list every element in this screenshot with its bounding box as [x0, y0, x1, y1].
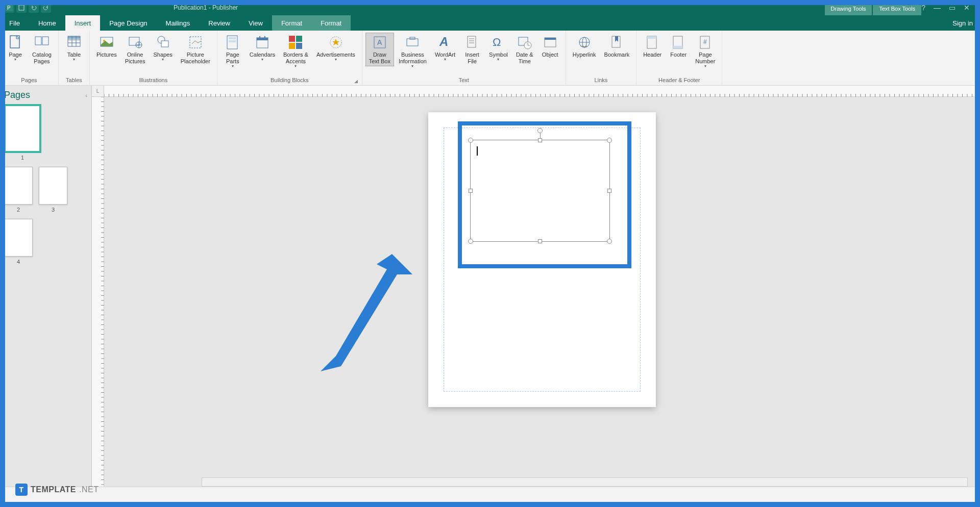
context-tab-textbox[interactable]: Text Box Tools	[873, 2, 921, 15]
svg-rect-11	[68, 36, 80, 39]
group-label-illustrations: Illustrations	[93, 76, 214, 85]
draw-text-box-button[interactable]: ADraw Text Box	[365, 33, 394, 66]
chevron-down-icon: ▾	[73, 57, 75, 62]
tab-file[interactable]: File	[0, 15, 29, 31]
pages-navigation-pane: Pages‹ 1 2 3 4	[0, 86, 92, 492]
resize-handle-ne[interactable]	[607, 138, 612, 143]
tab-page-design[interactable]: Page Design	[100, 15, 156, 31]
resize-handle-sw[interactable]	[468, 239, 473, 244]
page-thumbnail-2[interactable]: 2	[4, 167, 33, 213]
svg-rect-20	[229, 37, 236, 39]
symbol-button[interactable]: ΩSymbol▾	[485, 33, 511, 63]
page-button[interactable]: Page▾	[3, 33, 28, 63]
object-button[interactable]: Object	[538, 33, 562, 60]
thumbnail-image	[4, 105, 41, 153]
calendars-button[interactable]: Calendars▾	[246, 33, 279, 63]
tab-review[interactable]: Review	[199, 15, 239, 31]
chevron-down-icon: ▾	[444, 57, 446, 62]
page-viewport[interactable]	[104, 97, 980, 492]
close-icon[interactable]: ✕	[964, 4, 970, 12]
ribbon-group-pages: Page▾ Catalog Pages Pages	[0, 31, 59, 85]
page-number-button[interactable]: #Page Number▾	[692, 33, 719, 70]
sign-in-link[interactable]: Sign in	[945, 15, 980, 31]
group-label-links: Links	[569, 76, 633, 85]
thumbnail-image	[39, 167, 67, 205]
canvas-area[interactable]: L	[92, 86, 980, 492]
page-number-icon: #	[697, 34, 714, 50]
date-time-button[interactable]: Date & Time	[512, 33, 537, 66]
date-time-icon	[517, 34, 533, 50]
resize-handle-nw[interactable]	[468, 138, 473, 143]
header-icon	[644, 34, 660, 50]
tab-format-drawing[interactable]: Format	[272, 15, 311, 31]
resize-handle-e[interactable]	[607, 189, 611, 193]
svg-rect-18	[190, 37, 201, 48]
work-area: Pages‹ 1 2 3 4 L	[0, 86, 980, 492]
ruler-corner[interactable]: L	[92, 86, 104, 97]
contextual-tabs: Drawing Tools Text Box Tools	[824, 0, 922, 15]
advertisements-button[interactable]: Advertisements▾	[313, 33, 359, 63]
online-pictures-button[interactable]: Online Pictures	[121, 33, 149, 66]
borders-accents-icon	[287, 34, 304, 50]
app-icon[interactable]: P	[4, 3, 14, 13]
tab-format-textbox[interactable]: Format	[311, 15, 351, 31]
ribbon-group-tables: Table▾ Tables	[59, 31, 90, 85]
svg-text:#: #	[703, 38, 707, 45]
dialog-launcher-icon[interactable]: ◢	[354, 79, 358, 84]
vertical-ruler[interactable]	[92, 97, 104, 492]
resize-handle-w[interactable]	[469, 189, 473, 193]
insert-file-button[interactable]: Insert File	[460, 33, 484, 66]
save-icon[interactable]	[16, 3, 27, 13]
resize-handle-n[interactable]	[538, 138, 542, 142]
context-tab-drawing[interactable]: Drawing Tools	[825, 2, 872, 15]
tab-insert[interactable]: Insert	[65, 15, 101, 31]
chevron-down-icon: ▾	[411, 64, 413, 68]
chevron-down-icon: ▾	[261, 57, 263, 62]
pictures-button[interactable]: Pictures	[93, 33, 120, 60]
redo-icon[interactable]	[41, 3, 51, 13]
quick-access-toolbar: P	[4, 3, 51, 13]
horizontal-ruler[interactable]	[104, 86, 980, 97]
page-parts-icon	[225, 34, 241, 50]
table-button[interactable]: Table▾	[62, 33, 86, 63]
minimize-icon[interactable]: —	[934, 4, 941, 12]
watermark-suffix: .NET	[79, 485, 99, 494]
footer-button[interactable]: Footer	[666, 33, 691, 60]
page-parts-button[interactable]: Page Parts▾	[220, 33, 245, 70]
selected-text-box[interactable]	[470, 140, 610, 242]
borders-accents-button[interactable]: Borders & Accents▾	[280, 33, 312, 70]
title-bar: P Publication1 - Publisher Drawing Tools…	[0, 0, 980, 15]
chevron-down-icon: ▾	[14, 57, 16, 62]
rotation-handle[interactable]	[537, 128, 543, 133]
horizontal-scrollbar[interactable]	[202, 477, 968, 487]
page-thumbnail-4[interactable]: 4	[4, 219, 33, 265]
svg-rect-53	[647, 36, 656, 39]
thumbnail-image	[4, 219, 33, 257]
catalog-pages-button[interactable]: Catalog Pages	[29, 33, 55, 66]
svg-rect-47	[545, 38, 556, 40]
undo-icon[interactable]	[29, 3, 39, 13]
group-label-text: Text	[365, 76, 562, 85]
resize-handle-se[interactable]	[607, 239, 612, 244]
page-thumbnail-1[interactable]: 1	[4, 105, 41, 161]
wordart-button[interactable]: AWordArt▾	[431, 33, 459, 63]
shapes-button[interactable]: Shapes▾	[150, 33, 176, 63]
tab-view[interactable]: View	[239, 15, 272, 31]
tab-mailings[interactable]: Mailings	[157, 15, 200, 31]
bookmark-button[interactable]: Bookmark	[601, 33, 633, 60]
restore-icon[interactable]: ▭	[949, 4, 955, 12]
picture-placeholder-button[interactable]: Picture Placeholder	[177, 33, 214, 66]
collapse-pane-icon[interactable]: ‹	[85, 92, 87, 98]
business-info-button[interactable]: Business Information▾	[395, 33, 430, 70]
resize-handle-s[interactable]	[538, 239, 542, 243]
ribbon: Page▾ Catalog Pages Pages Table▾ Tables …	[0, 31, 980, 86]
tab-home[interactable]: Home	[29, 15, 65, 31]
publication-page[interactable]	[428, 112, 656, 407]
page-thumbnail-3[interactable]: 3	[39, 167, 67, 213]
hyperlink-button[interactable]: Hyperlink	[569, 33, 600, 60]
chevron-down-icon: ▾	[335, 57, 337, 62]
header-button[interactable]: Header	[640, 33, 665, 60]
help-icon[interactable]: ?	[921, 4, 925, 12]
footer-icon	[670, 34, 687, 50]
svg-rect-21	[229, 40, 236, 42]
